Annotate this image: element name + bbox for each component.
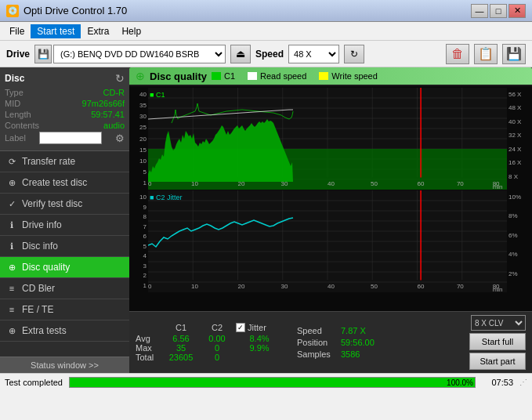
speed-stats: Speed 7.87 X Position 59:56.00 Samples 3… xyxy=(297,326,375,359)
samples-stat-value: 3586 xyxy=(341,349,360,359)
quality-title: Disc quality xyxy=(150,71,207,82)
avg-label: Avg xyxy=(136,334,162,343)
maximize-button[interactable]: □ xyxy=(490,4,507,18)
disc-contents-value: audio xyxy=(103,121,125,130)
stats-table: C1 C2 ✓ Jitter Avg 6.56 0.00 8.4% Max xyxy=(136,323,283,362)
disc-refresh-icon[interactable]: ↻ xyxy=(115,72,125,85)
chart1: 40 35 30 25 20 15 10 5 1 xyxy=(131,88,530,190)
max-label: Max xyxy=(136,343,162,353)
svg-text:40: 40 xyxy=(328,283,335,290)
quality-header: ⊕ Disc quality C1 Read speed Write speed xyxy=(129,67,532,85)
disc-title: Disc xyxy=(5,73,24,84)
close-button[interactable]: ✕ xyxy=(508,4,526,18)
erase-icon-button[interactable]: 🗑 xyxy=(446,44,469,64)
sidebar-item-disc-quality[interactable]: ⊕ Disc quality xyxy=(0,257,129,278)
c1-color xyxy=(212,72,221,80)
start-full-button[interactable]: Start full xyxy=(469,333,526,350)
speed-select[interactable]: 48 X xyxy=(288,45,339,63)
save-icon-button[interactable]: 💾 xyxy=(502,44,526,64)
jitter-check-container: ✓ Jitter xyxy=(236,323,283,332)
svg-text:70: 70 xyxy=(457,180,464,187)
speed-mode-select[interactable]: 8 X CLV xyxy=(471,315,526,331)
sidebar-item-verify-test-disc[interactable]: ✓ Verify test disc xyxy=(0,194,129,215)
resize-grip: ⋰ xyxy=(519,378,527,386)
sidebar-item-fe-te[interactable]: ≡ FE / TE xyxy=(0,299,129,320)
disc-length-value: 59:57.41 xyxy=(91,110,125,119)
svg-text:■ C2  Jitter: ■ C2 Jitter xyxy=(150,194,182,201)
stat-col-c2: C2 xyxy=(200,323,234,332)
svg-text:60: 60 xyxy=(418,283,425,290)
title-bar-buttons: — □ ✕ xyxy=(471,4,526,18)
eject-button[interactable]: ⏏ xyxy=(230,45,251,63)
sidebar-item-extra-tests[interactable]: ⊕ Extra tests xyxy=(0,320,129,342)
disc-label-input[interactable] xyxy=(39,132,102,144)
extra-tests-icon: ⊕ xyxy=(6,325,17,336)
samples-stat-row: Samples 3586 xyxy=(297,349,375,359)
svg-text:70: 70 xyxy=(457,283,464,290)
progress-bar-fill xyxy=(70,378,475,387)
position-stat-label: Position xyxy=(297,338,338,347)
svg-text:30: 30 xyxy=(280,180,288,187)
content-area: ⊕ Disc quality C1 Read speed Write speed xyxy=(129,67,532,373)
sidebar-menu: ⟳ Transfer rate ⊕ Create test disc ✓ Ver… xyxy=(0,151,129,357)
drive-bar: Drive 💾 (G:) BENQ DVD DD DW1640 BSRB ⏏ S… xyxy=(0,41,532,67)
svg-text:50: 50 xyxy=(371,283,378,290)
chart1-y-axis-right: 56 X 48 X 40 X 32 X 24 X 16 X 8 X xyxy=(507,88,530,190)
svg-text:min: min xyxy=(493,286,503,292)
samples-stat-label: Samples xyxy=(297,349,338,359)
svg-text:30: 30 xyxy=(280,283,288,290)
minimize-button[interactable]: — xyxy=(471,4,488,18)
title-bar-left: 💿 Opti Drive Control 1.70 xyxy=(6,5,127,17)
status-window-button[interactable]: Status window >> xyxy=(0,357,129,373)
disc-mid-value: 97m26s66f xyxy=(82,99,125,108)
nav-refresh-button[interactable]: ↻ xyxy=(344,45,364,63)
stats-max-row: Max 35 0 9.9% xyxy=(136,343,283,353)
progress-label: 100.0% xyxy=(447,378,473,389)
sidebar-item-disc-info-label: Disc info xyxy=(22,241,58,252)
sidebar-item-transfer-rate[interactable]: ⟳ Transfer rate xyxy=(0,151,129,172)
start-part-button[interactable]: Start part xyxy=(469,353,526,370)
sidebar-item-disc-info[interactable]: ℹ Disc info xyxy=(0,236,129,257)
menu-start-test[interactable]: Start test xyxy=(31,24,81,38)
disc-contents-label: Contents xyxy=(5,121,39,130)
jitter-checkbox[interactable]: ✓ xyxy=(236,323,245,332)
sidebar-item-cd-bler-label: CD Bler xyxy=(22,283,55,294)
menu-file[interactable]: File xyxy=(3,24,31,38)
disc-info-icon: ℹ xyxy=(6,241,17,252)
sidebar-item-create-test-disc[interactable]: ⊕ Create test disc xyxy=(0,172,129,194)
avg-jitter: 8.4% xyxy=(236,334,283,343)
sidebar-item-drive-info[interactable]: ℹ Drive info xyxy=(0,215,129,236)
chart2-y-axis-right: 10% 8% 6% 4% 2% xyxy=(507,190,530,292)
sidebar-item-extra-tests-label: Extra tests xyxy=(22,325,67,336)
total-c2: 0 xyxy=(200,353,234,362)
jitter-label: Jitter xyxy=(248,323,266,332)
sidebar-item-cd-bler[interactable]: ≡ CD Bler xyxy=(0,278,129,299)
disc-mid-label: MID xyxy=(5,99,20,108)
menu-extra[interactable]: Extra xyxy=(81,24,115,38)
legend-c1: C1 xyxy=(212,71,235,81)
chart1-y-axis: 40 35 30 25 20 15 10 5 1 xyxy=(131,88,148,190)
app-title: Opti Drive Control 1.70 xyxy=(24,5,127,16)
sidebar-item-create-test-disc-label: Create test disc xyxy=(22,177,87,188)
svg-text:min: min xyxy=(493,183,503,190)
total-c1: 23605 xyxy=(164,353,198,362)
cd-bler-icon: ≡ xyxy=(6,283,17,294)
drive-info-icon: ℹ xyxy=(6,219,17,230)
verify-test-disc-icon: ✓ xyxy=(6,198,17,209)
disc-type-label: Type xyxy=(5,88,24,97)
stats-avg-row: Avg 6.56 0.00 8.4% xyxy=(136,334,283,343)
svg-text:■ C1: ■ C1 xyxy=(150,91,165,99)
disc-quality-icon: ⊕ xyxy=(6,262,17,273)
drive-icon: 💾 xyxy=(34,45,52,63)
max-c2: 0 xyxy=(200,343,234,353)
disc-type-value: CD-R xyxy=(103,88,125,97)
avg-c2: 0.00 xyxy=(200,334,234,343)
copy-icon-button[interactable]: 📋 xyxy=(474,44,498,64)
label-settings-icon[interactable]: ⚙ xyxy=(115,132,125,144)
sidebar-item-verify-test-disc-label: Verify test disc xyxy=(22,198,82,209)
title-bar: 💿 Opti Drive Control 1.70 — □ ✕ xyxy=(0,0,532,22)
speed-stat-label: Speed xyxy=(297,326,338,335)
legend-read-speed: Read speed xyxy=(248,71,306,81)
drive-select[interactable]: (G:) BENQ DVD DD DW1640 BSRB xyxy=(53,45,226,63)
menu-help[interactable]: Help xyxy=(115,24,147,38)
